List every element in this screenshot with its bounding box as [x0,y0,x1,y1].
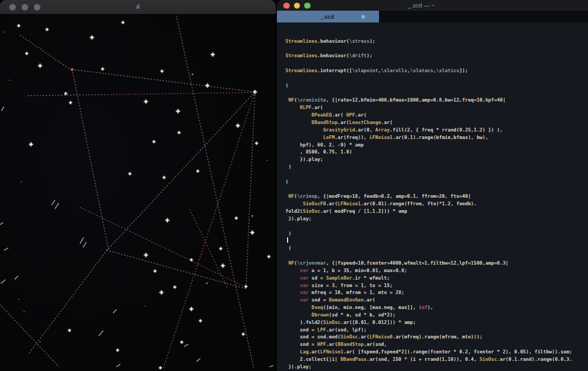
desktop: { "left_window": { "title": "#", "traffi… [0,0,588,371]
star-particle [242,333,244,335]
streak-mark [55,203,59,208]
code-line: Streamlines.interrupt([\slapoint,\slarol… [285,67,588,75]
code-line: var size = 3, from = 1, to = 15; [285,282,588,290]
code-line [285,45,588,53]
star-particle [18,25,20,27]
star-particle [236,124,239,127]
star-particle [211,53,214,56]
star-particle [159,367,161,369]
star-particle [190,307,193,311]
star-particle [90,36,94,39]
star-particle [102,68,104,70]
code-line: }).play; [285,364,588,371]
code-line: GravityGrid.ar(0, Array.fill(2, { freq *… [285,127,588,134]
streak-mark [52,200,55,205]
code-line [285,60,588,67]
dotted-trail [72,69,109,249]
star-particle [163,176,165,179]
streak-mark [117,364,120,367]
streak-mark [0,223,3,225]
star-particle [199,320,202,322]
zoom-button[interactable] [304,3,311,9]
streak-mark [80,238,83,243]
minimize-button[interactable] [294,3,300,9]
tab-bar: _.scd [277,11,588,22]
code-line: 2.collect{|i| BBandPass.ar(snd, 150 * (i… [285,356,588,364]
code-line: }).play; [285,156,588,164]
star-particle [129,173,131,175]
dotted-trail [107,250,246,289]
code-line [285,171,588,179]
dotted-trail [246,92,255,289]
star-particle [40,342,41,343]
dotted-trail [163,92,255,369]
code-line [285,75,588,82]
star-particle [197,170,199,172]
code-line: snd = LPF.ar(snd, lpf); [285,327,588,334]
code-line: Dbrown(sd * a, sd * b, sd*2); [285,312,588,319]
star-particle [144,100,148,103]
modified-dot-icon [361,15,365,19]
particle-canvas [0,14,276,371]
streak-mark [197,359,200,361]
code-line: ( [285,82,588,90]
streak-mark [270,366,273,367]
streak-mark [99,331,103,336]
visualizer-window: # [0,0,276,371]
code-line: }).play; [285,215,588,223]
code-line: ( [285,245,588,252]
star-particle [221,264,225,267]
visualizer-titlebar[interactable]: # [0,0,276,14]
dotted-trail [176,16,254,369]
star-particle [153,141,155,143]
star-particle [178,132,180,134]
dotted-trail [107,92,255,250]
code-line: ).fold2(SinOsc.ar([0.01, 0.012])) * amp; [285,319,588,327]
code-line: NF(\crjonvmar, {|fspeed=10,fcenter=4000,… [285,260,588,267]
star-particle [161,70,163,72]
star-particle [38,64,42,67]
star-particle [235,217,237,219]
star-particle [4,32,5,33]
code-line [285,237,588,245]
editor-titlebar[interactable]: _.scd — ~ [277,0,588,11]
star-particle [181,341,183,343]
streak-mark [113,310,117,313]
star-particle [176,110,180,113]
code-line: RLPF.ar( [285,104,588,112]
code-line: ) [285,230,588,238]
streak-mark [2,107,4,111]
code-line: ( [285,179,588,186]
star-particle [21,181,22,182]
code-line: , 8500, 0.75, 1.8) [285,149,588,156]
code-editor[interactable]: Streamlines.behaviour(\stress);Streamlin… [277,22,588,371]
dotted-trail [29,250,107,353]
code-line [285,186,588,194]
code-line: NF(\crinop, {|modFreq=18, feedb=0.2, amp… [285,193,588,200]
dotted-trail [20,35,71,70]
close-button[interactable] [283,3,290,9]
code-line: snd = snd.mod(SinOsc.ar(LFNoise0.ar(mfre… [285,334,588,341]
star-particle [206,283,207,284]
code-line: hpf), 60, 2, -9) * amp [285,142,588,149]
star-particle [144,253,148,257]
window-title: _.scd — ~ [378,0,464,11]
streak-mark [4,248,8,250]
code-line: SinOscFB.ar(LFNoise1.ar(0.01).range(ffro… [285,200,588,208]
tab-label: _.scd [320,13,334,20]
star-particle [68,329,71,331]
particle-art [0,14,276,371]
star-particle [166,219,169,222]
star-particle [268,256,270,258]
tab-scd-file[interactable]: _.scd [277,11,379,22]
star-particle [65,92,67,95]
star-particle [267,160,268,161]
star-particle [18,299,19,300]
star-particle [220,248,222,250]
text-cursor [287,237,288,243]
code-line: fold2(SinOsc.ar( modFreq / [1,1.2])) * a… [285,208,588,215]
code-line: var a = 1, b = 35, min=0.01, max=0.8; [285,267,588,275]
star-particle [117,349,119,351]
star-particle [245,285,247,288]
star-particle [145,306,146,307]
